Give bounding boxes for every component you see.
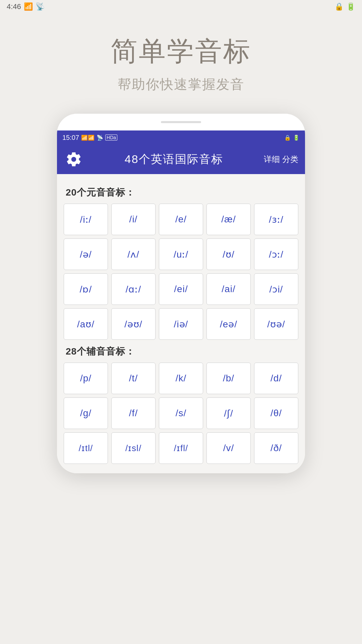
phonetic-cell-i[interactable]: /i/ xyxy=(111,204,156,235)
phonetic-cell-ai[interactable]: /ai/ xyxy=(206,273,251,305)
phonetic-cell-e[interactable]: /e/ xyxy=(159,204,203,235)
app-subtitle: 帮助你快速掌握发音 xyxy=(0,75,362,94)
app-title-section: 简单学音标 帮助你快速掌握发音 xyxy=(0,13,362,107)
gear-icon xyxy=(65,151,82,168)
phonetic-cell-ilong[interactable]: /iː/ xyxy=(64,204,108,235)
phonetic-cell-olong[interactable]: /ɔː/ xyxy=(254,238,298,270)
consonant-section-label: 28个辅音音标： xyxy=(66,345,298,358)
phonetic-cell-along[interactable]: /ɑː/ xyxy=(111,273,156,305)
phonetic-cell-itl[interactable]: /ɪtl/ xyxy=(64,432,108,464)
phone-status-right: 🔒 🔋 xyxy=(284,135,300,141)
phone-signal-icon: 📶📶 xyxy=(81,135,95,141)
phonetic-cell-t[interactable]: /t/ xyxy=(111,363,156,394)
phonetic-cell-3long[interactable]: /ɜː/ xyxy=(254,204,298,235)
phone-content: 20个元音音标： /iː/ /i/ /e/ /æ/ /ɜː/ /ə/ /ʌ/ /… xyxy=(57,174,305,473)
phonetic-cell-extra1[interactable]: /v/ xyxy=(206,432,251,464)
phonetic-cell-ulong[interactable]: /uː/ xyxy=(159,238,203,270)
phonetic-cell-isl[interactable]: /ɪsl/ xyxy=(111,432,156,464)
consonant-grid: /p/ /t/ /k/ /b/ /d/ /g/ /f/ /s/ /ʃ/ /θ/ … xyxy=(64,363,298,464)
outer-status-bar: 4:46 📶 📡 🔒 🔋 xyxy=(0,0,362,13)
phonetic-cell-upsilon[interactable]: /ʊ/ xyxy=(206,238,251,270)
outer-battery-icon: 🔋 xyxy=(346,2,355,11)
phonetic-cell-sh[interactable]: /ʃ/ xyxy=(206,397,251,429)
gear-button[interactable] xyxy=(64,149,84,169)
phonetic-cell-f[interactable]: /f/ xyxy=(111,397,156,429)
outer-status-left: 4:46 📶 📡 xyxy=(7,2,45,11)
phone-battery-icon: 🔋 xyxy=(293,135,300,141)
phone-top-bar xyxy=(57,114,305,130)
phone-wifi-icon: 📡 xyxy=(97,135,103,141)
header-title: 48个英语国际音标 xyxy=(125,152,223,167)
phonetic-cell-schwa-u[interactable]: /əʊ/ xyxy=(111,308,156,340)
phonetic-cell-oi[interactable]: /ɔi/ xyxy=(254,273,298,305)
phonetic-cell-b[interactable]: /b/ xyxy=(206,363,251,394)
phonetic-cell-d[interactable]: /d/ xyxy=(254,363,298,394)
outer-time: 4:46 xyxy=(7,2,21,11)
phone-status-bar: 15:07 📶📶 📡 HDa 🔒 🔋 xyxy=(57,130,305,145)
outer-signal-icon: 📶 xyxy=(24,2,33,11)
phonetic-cell-s[interactable]: /s/ xyxy=(159,397,203,429)
phone-lock-icon: 🔒 xyxy=(284,135,291,141)
header-detail-button[interactable]: 详细 分类 xyxy=(264,154,298,164)
app-header: 48个英语国际音标 详细 分类 xyxy=(57,145,305,174)
phonetic-cell-ua[interactable]: /ʊə/ xyxy=(254,308,298,340)
outer-wifi-icon: 📡 xyxy=(36,2,45,11)
phonetic-cell-D[interactable]: /ɒ/ xyxy=(64,273,108,305)
phonetic-cell-extra2[interactable]: /ð/ xyxy=(254,432,298,464)
phone-time: 15:07 xyxy=(62,134,79,142)
phone-mockup: 15:07 📶📶 📡 HDa 🔒 🔋 48个英语国际音标 详细 分类 20个元音… xyxy=(57,114,305,473)
app-title: 简单学音标 xyxy=(0,34,362,70)
phone-notch xyxy=(161,121,201,123)
outer-lock-icon: 🔒 xyxy=(335,2,344,11)
phonetic-cell-lambda[interactable]: /ʌ/ xyxy=(111,238,156,270)
phonetic-cell-ia[interactable]: /iə/ xyxy=(159,308,203,340)
phone-hd-icon: HDa xyxy=(105,135,117,141)
phonetic-cell-ea[interactable]: /eə/ xyxy=(206,308,251,340)
outer-status-right: 🔒 🔋 xyxy=(335,2,355,11)
phonetic-cell-theta[interactable]: /θ/ xyxy=(254,397,298,429)
phonetic-cell-au[interactable]: /aʊ/ xyxy=(64,308,108,340)
phonetic-cell-ei[interactable]: /ei/ xyxy=(159,273,203,305)
phonetic-cell-k[interactable]: /k/ xyxy=(159,363,203,394)
phonetic-cell-p[interactable]: /p/ xyxy=(64,363,108,394)
phonetic-cell-ae[interactable]: /æ/ xyxy=(206,204,251,235)
vowel-section-label: 20个元音音标： xyxy=(66,186,298,199)
vowel-grid: /iː/ /i/ /e/ /æ/ /ɜː/ /ə/ /ʌ/ /uː/ /ʊ/ /… xyxy=(64,204,298,340)
phonetic-cell-g[interactable]: /g/ xyxy=(64,397,108,429)
phonetic-cell-ifl[interactable]: /ɪfl/ xyxy=(159,432,203,464)
phone-status-left: 15:07 📶📶 📡 HDa xyxy=(62,134,117,142)
phonetic-cell-schwa[interactable]: /ə/ xyxy=(64,238,108,270)
